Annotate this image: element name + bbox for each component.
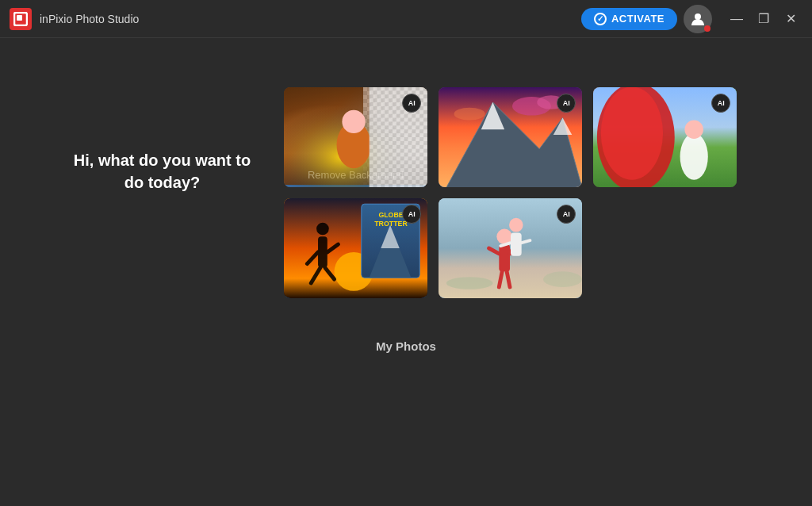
svg-text:GLOBE: GLOBE <box>379 211 404 219</box>
ai-badge-remove-bg: AI <box>402 94 421 113</box>
svg-point-55 <box>543 271 582 287</box>
svg-point-21 <box>454 108 485 121</box>
svg-point-54 <box>446 277 493 289</box>
greeting-line1: Hi, what do you want to <box>74 151 251 169</box>
check-icon: ✓ <box>594 13 607 25</box>
window-controls: — ❐ ✕ <box>725 7 802 31</box>
svg-rect-51 <box>511 232 522 255</box>
svg-point-50 <box>509 218 523 232</box>
close-button[interactable]: ✕ <box>779 7 802 31</box>
activate-button[interactable]: ✓ ACTIVATE <box>581 8 677 30</box>
card-photomontage[interactable]: GLOBE TROTTER AI Make Photomontage <box>282 197 429 300</box>
svg-point-24 <box>601 87 663 180</box>
greeting-section: Hi, what do you want to do today? <box>74 86 251 194</box>
titlebar: inPixio Photo Studio ✓ ACTIVATE — ❐ ✕ <box>0 0 812 38</box>
main-content: Hi, what do you want to do today? <box>0 38 812 324</box>
ai-badge-edit-photo: AI <box>557 205 576 224</box>
svg-rect-1 <box>17 15 22 21</box>
ai-badge-photomontage: AI <box>402 205 421 224</box>
card-erase-objects[interactable]: AI Erase Objects <box>592 86 738 189</box>
cards-grid: AI Remove Background <box>282 86 738 300</box>
titlebar-controls: ✓ ACTIVATE — ❐ ✕ <box>581 5 802 33</box>
card-replace-sky[interactable]: AI Replace Sky <box>437 86 584 189</box>
card-edit-photo[interactable]: AI Edit Photo <box>437 197 584 300</box>
svg-point-2 <box>695 13 701 20</box>
svg-point-7 <box>343 110 366 133</box>
minimize-button[interactable]: — <box>725 7 749 31</box>
ai-badge-erase: AI <box>711 94 730 113</box>
svg-point-30 <box>316 223 329 236</box>
greeting-line2: do today? <box>124 174 201 191</box>
greeting-text: Hi, what do you want to do today? <box>74 149 251 194</box>
my-photos-section: My Photos <box>0 324 812 362</box>
maximize-button[interactable]: ❐ <box>752 7 776 31</box>
app-logo <box>10 8 32 30</box>
activate-label: ACTIVATE <box>611 13 665 25</box>
svg-point-26 <box>685 120 703 138</box>
notification-dot <box>704 25 710 32</box>
svg-point-25 <box>680 133 708 180</box>
card-remove-background[interactable]: AI Remove Background <box>282 86 429 189</box>
svg-rect-45 <box>499 244 510 271</box>
user-button[interactable] <box>684 5 712 33</box>
my-photos-label[interactable]: My Photos <box>376 339 436 353</box>
svg-text:TROTTER: TROTTER <box>374 220 408 228</box>
ai-badge-replace-sky: AI <box>557 94 576 113</box>
app-title: inPixio Photo Studio <box>40 13 581 25</box>
